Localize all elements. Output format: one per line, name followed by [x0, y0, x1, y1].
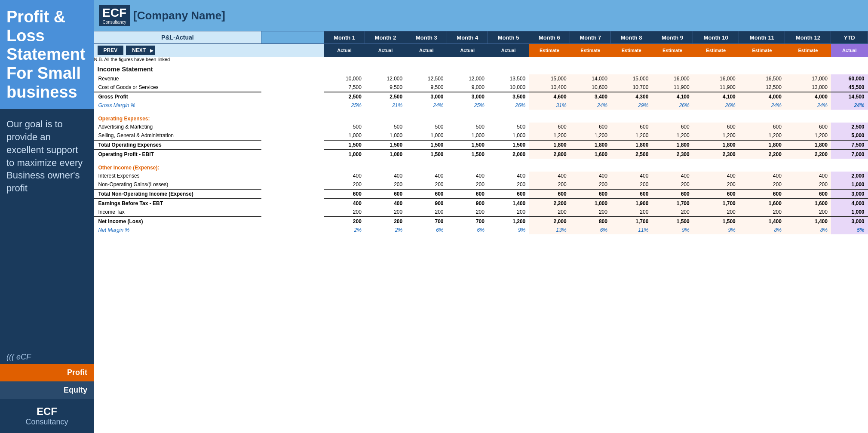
- cell-value: 6%: [570, 226, 611, 234]
- table-row: Interest Expenses40040040040040040040040…: [94, 172, 868, 180]
- row-label: Total Operating Expenses: [94, 140, 261, 150]
- est10-header: Estimate: [693, 44, 739, 57]
- cell-value: 400: [693, 172, 739, 180]
- cell-value: 500: [447, 123, 488, 131]
- cell-value: 1,500: [652, 217, 693, 226]
- cell-value: 1,000: [365, 131, 406, 140]
- cell-value: 1,000: [406, 131, 447, 140]
- cell-value: 400: [365, 172, 406, 180]
- cell-value: 500: [324, 123, 365, 131]
- cell-value: 1,500: [324, 140, 365, 150]
- cell-value: 3,000: [831, 217, 868, 226]
- cell-value: 1,800: [693, 140, 739, 150]
- row-label: Cost of Goods or Services: [94, 83, 261, 92]
- table-row: Advertising & Marketing50050050050050060…: [94, 123, 868, 131]
- note-text: N.B. All the figures have been linked: [94, 57, 868, 62]
- cell-value: 4,000: [739, 92, 785, 101]
- cell-value: 8%: [739, 226, 785, 234]
- month4-header: Month 4: [447, 31, 488, 44]
- cell-value: 7,500: [324, 83, 365, 92]
- row-nav-spacer: [261, 180, 324, 189]
- nav-spacer: [261, 44, 324, 57]
- cell-value: 29%: [611, 101, 652, 110]
- cell-value: 200: [324, 217, 365, 226]
- cell-value: 3,400: [570, 92, 611, 101]
- cell-value: 400: [365, 199, 406, 208]
- table-container: P&L-Actual Month 1 Month 2 Month 3 Month…: [94, 31, 868, 433]
- cell-value: 25%: [447, 101, 488, 110]
- cell-value: 600: [652, 123, 693, 131]
- cell-value: 1,600: [739, 199, 785, 208]
- sidebar-nav: Profit Equity: [0, 364, 94, 399]
- row-label: Selling, General & Administration: [94, 131, 261, 140]
- cell-value: 1,000: [324, 150, 365, 159]
- cell-value: 1,200: [652, 131, 693, 140]
- next-button[interactable]: NEXT: [126, 46, 155, 55]
- cell-value: 400: [406, 172, 447, 180]
- nav-header-cell: [261, 31, 324, 44]
- month7-header: Month 7: [570, 31, 611, 44]
- cell-value: 2,000: [529, 217, 570, 226]
- cell-value: 1,600: [570, 150, 611, 159]
- cell-value: 9,500: [365, 83, 406, 92]
- cell-value: 13%: [529, 226, 570, 234]
- cell-value: 2,300: [652, 150, 693, 159]
- cell-value: 400: [652, 172, 693, 180]
- cell-value: 200: [570, 208, 611, 217]
- cell-value: 4,000: [785, 92, 831, 101]
- cell-value: 12,000: [365, 74, 406, 83]
- cell-value: 10,000: [488, 83, 529, 92]
- cell-value: 11%: [611, 226, 652, 234]
- cell-value: 2,200: [785, 150, 831, 159]
- cell-value: 1,700: [652, 199, 693, 208]
- table-row: Cost of Goods or Services7,5009,5009,500…: [94, 83, 868, 92]
- cell-value: 1,200: [488, 217, 529, 226]
- cell-value: 200: [365, 180, 406, 189]
- cell-value: 1,200: [785, 131, 831, 140]
- cell-value: 900: [406, 199, 447, 208]
- cell-value: 9,500: [406, 83, 447, 92]
- cell-value: 200: [488, 180, 529, 189]
- table-row: Total Non-Operating Income (Expense)6006…: [94, 189, 868, 199]
- cell-value: 9,000: [447, 83, 488, 92]
- cell-value: 2,500: [611, 150, 652, 159]
- cell-value: 11,900: [652, 83, 693, 92]
- cell-value: 6%: [447, 226, 488, 234]
- cell-value: 800: [570, 217, 611, 226]
- cell-value: 9%: [488, 226, 529, 234]
- cell-value: 200: [406, 208, 447, 217]
- cell-value: 1,000: [570, 199, 611, 208]
- cell-value: 2,500: [324, 92, 365, 101]
- table-row: Gross Margin %25%21%24%25%26%31%24%29%26…: [94, 101, 868, 110]
- cell-value: 1,800: [652, 140, 693, 150]
- cell-value: 16,000: [693, 74, 739, 83]
- cell-value: 1,200: [693, 131, 739, 140]
- table-row: Earnings Before Tax - EBT4004009009001,4…: [94, 199, 868, 208]
- table-row: Selling, General & Administration1,0001,…: [94, 131, 868, 140]
- cell-value: 500: [488, 123, 529, 131]
- actual3-header: Actual: [406, 44, 447, 57]
- cell-value: 600: [570, 189, 611, 199]
- sidebar-footer-title: ECF: [6, 405, 87, 418]
- cell-value: 1,500: [488, 140, 529, 150]
- sidebar: Profit & Loss Statement For Small busine…: [0, 0, 94, 433]
- cell-value: 600: [611, 123, 652, 131]
- cell-value: 7,500: [831, 140, 868, 150]
- prev-button[interactable]: PREV: [98, 46, 124, 55]
- nav-equity-item[interactable]: Equity: [0, 381, 94, 399]
- cell-value: 200: [324, 180, 365, 189]
- table-body: Revenue10,00012,00012,50012,00013,50015,…: [94, 74, 868, 234]
- nav-profit-item[interactable]: Profit: [0, 364, 94, 381]
- cell-value: 2,500: [365, 92, 406, 101]
- cell-value: 25%: [324, 101, 365, 110]
- cell-value: 700: [447, 217, 488, 226]
- cell-value: 500: [406, 123, 447, 131]
- table-row: Gross Profit2,5002,5003,0003,0003,5004,6…: [94, 92, 868, 101]
- cell-value: 600: [529, 189, 570, 199]
- cell-value: 600: [652, 189, 693, 199]
- cell-value: 21%: [365, 101, 406, 110]
- row-nav-spacer: [261, 172, 324, 180]
- cell-value: 600: [739, 189, 785, 199]
- cell-value: 600: [447, 189, 488, 199]
- cell-value: 1,800: [570, 140, 611, 150]
